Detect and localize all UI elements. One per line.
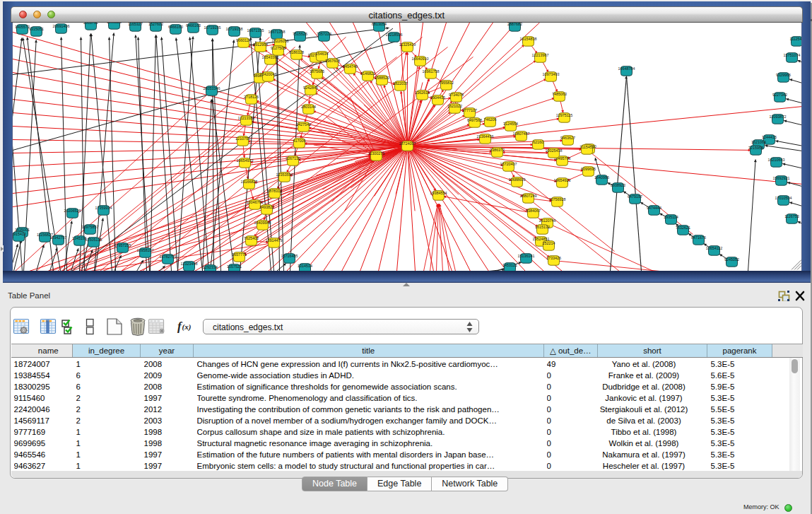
svg-text:15136141: 15136141 (517, 254, 534, 258)
svg-text:3215958: 3215958 (748, 146, 763, 150)
svg-text:7485063: 7485063 (552, 92, 567, 96)
svg-text:8454749: 8454749 (343, 64, 358, 69)
svg-text:20691406: 20691406 (52, 24, 69, 28)
svg-text:2718126: 2718126 (244, 95, 259, 99)
svg-text:11300273: 11300273 (367, 151, 384, 156)
svg-text:17010504: 17010504 (775, 196, 792, 200)
svg-text:1615132: 1615132 (535, 225, 550, 229)
svg-text:12975115: 12975115 (555, 113, 572, 117)
svg-text:16409948: 16409948 (254, 221, 271, 225)
svg-text:2386372: 2386372 (490, 148, 505, 152)
svg-text:6466163: 6466163 (186, 23, 201, 28)
svg-text:3124554: 3124554 (503, 122, 518, 126)
svg-text:1057521: 1057521 (227, 264, 242, 269)
svg-text:16671358: 16671358 (268, 30, 285, 34)
svg-text:12942757: 12942757 (49, 235, 66, 240)
svg-text:10654112: 10654112 (705, 246, 722, 250)
svg-text:12505135: 12505135 (85, 238, 102, 242)
svg-text:154634: 154634 (315, 52, 328, 56)
svg-text:1733426: 1733426 (546, 256, 561, 260)
svg-text:9315051: 9315051 (29, 27, 44, 31)
svg-text:1405572: 1405572 (15, 25, 30, 29)
svg-text:16961758: 16961758 (422, 69, 439, 74)
svg-text:1822037: 1822037 (393, 81, 408, 86)
svg-text:7632621: 7632621 (676, 226, 690, 230)
svg-text:9734078: 9734078 (449, 93, 464, 97)
svg-text:10046766: 10046766 (246, 200, 263, 204)
svg-text:9227342: 9227342 (772, 93, 787, 97)
svg-text:6099695: 6099695 (581, 167, 596, 171)
svg-text:9146821: 9146821 (360, 71, 375, 76)
svg-text:1493822: 1493822 (259, 205, 274, 209)
svg-text:9329966: 9329966 (776, 73, 791, 77)
svg-text:15751074: 15751074 (783, 53, 800, 57)
svg-text:1210755: 1210755 (235, 136, 250, 141)
svg-text:3875685: 3875685 (310, 69, 324, 74)
svg-text:62160: 62160 (533, 140, 543, 144)
svg-text:1063526: 1063526 (107, 23, 122, 24)
svg-text:2063792: 2063792 (83, 23, 98, 25)
svg-text:28053346: 28053346 (203, 86, 220, 90)
svg-text:17359934: 17359934 (95, 206, 112, 210)
svg-text:16154838: 16154838 (519, 37, 536, 41)
svg-text:1588520: 1588520 (375, 76, 389, 80)
svg-text:10973493: 10973493 (542, 72, 559, 76)
svg-text:1292334: 1292334 (203, 265, 218, 269)
svg-text:3115451: 3115451 (579, 145, 594, 149)
svg-text:417006: 417006 (293, 139, 305, 143)
svg-text:12093872: 12093872 (769, 115, 786, 119)
svg-text:2803144: 2803144 (301, 105, 316, 109)
svg-text:252214: 252214 (542, 241, 555, 245)
svg-text:2935114: 2935114 (664, 215, 678, 219)
svg-text:7515526: 7515526 (293, 32, 307, 36)
svg-text:9777107: 9777107 (462, 108, 477, 112)
svg-text:1621022: 1621022 (447, 104, 462, 108)
svg-text:23420046: 23420046 (259, 72, 276, 76)
svg-text:15226058: 15226058 (271, 39, 288, 43)
svg-text:16782759: 16782759 (159, 255, 176, 259)
svg-text:3915412: 3915412 (13, 232, 26, 236)
svg-text:16648784: 16648784 (618, 66, 635, 71)
svg-text:5878312: 5878312 (267, 189, 282, 193)
svg-text:7625402: 7625402 (244, 236, 259, 240)
svg-text:9904435: 9904435 (430, 95, 445, 100)
svg-text:10756928: 10756928 (548, 197, 565, 201)
svg-text:8813054: 8813054 (372, 23, 387, 26)
svg-text:1244415: 1244415 (762, 135, 777, 139)
svg-text:1112541: 1112541 (789, 37, 802, 41)
svg-text:21364436: 21364436 (476, 134, 493, 139)
svg-text:7955812: 7955812 (439, 81, 454, 85)
svg-text:10688609: 10688609 (508, 177, 525, 182)
svg-text:1453121: 1453121 (502, 263, 517, 267)
svg-text:16120746: 16120746 (539, 218, 555, 223)
svg-text:9245052: 9245052 (724, 257, 739, 262)
svg-text:15692921: 15692921 (772, 176, 789, 180)
svg-text:1165327: 1165327 (128, 23, 143, 26)
svg-text:(x): (x) (182, 322, 192, 332)
svg-text:10958107: 10958107 (136, 248, 153, 252)
svg-text:9384067: 9384067 (526, 209, 541, 213)
svg-text:10719158: 10719158 (225, 27, 242, 31)
svg-text:7357224: 7357224 (317, 32, 331, 36)
svg-text:10719155: 10719155 (204, 25, 220, 30)
svg-text:10807487: 10807487 (512, 132, 529, 136)
svg-text:8186328: 8186328 (289, 50, 304, 54)
svg-text:12353594: 12353594 (276, 173, 293, 177)
svg-text:3267130: 3267130 (286, 156, 300, 160)
svg-text:9242845: 9242845 (303, 86, 318, 90)
svg-text:19654923: 19654923 (553, 178, 570, 182)
svg-text:12213383: 12213383 (237, 116, 254, 120)
svg-text:1314514: 1314514 (298, 264, 312, 268)
svg-text:1621064: 1621064 (751, 140, 766, 144)
svg-text:1527602: 1527602 (148, 23, 163, 26)
svg-text:18724007: 18724007 (399, 141, 416, 146)
svg-text:12323448: 12323448 (180, 262, 197, 266)
svg-text:12213967: 12213967 (531, 53, 548, 57)
svg-text:2887682: 2887682 (507, 23, 522, 26)
svg-text:6466160: 6466160 (168, 25, 183, 29)
svg-text:20206526: 20206526 (64, 209, 81, 213)
svg-text:11325419: 11325419 (399, 42, 416, 47)
svg-text:16671355: 16671355 (247, 28, 264, 33)
svg-text:19166825: 19166825 (240, 180, 257, 184)
svg-text:9427542: 9427542 (296, 122, 311, 127)
